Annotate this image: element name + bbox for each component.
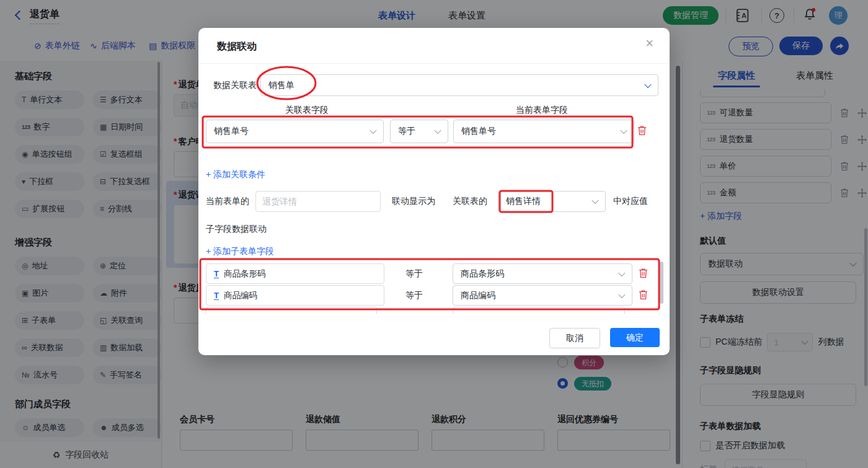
chevron-down-icon (434, 127, 441, 134)
form-designer-app: 退货单 表单设计 表单设置 数据管理 ? 理 ⊘ 表单外链 ∿ 后端脚本 ▤ 数… (0, 0, 868, 468)
relation-field-column-header: 关联表字段 (285, 105, 329, 116)
select-value: 等于 (398, 126, 415, 137)
subfield-left-input-partial (206, 307, 377, 314)
delete-subfield-icon[interactable] (639, 289, 648, 300)
divider (198, 63, 670, 64)
add-subfield-link[interactable]: + 添加子表单字段 (206, 246, 274, 257)
corresponding-value-label: 中对应值 (613, 196, 648, 207)
chevron-down-icon (370, 127, 376, 134)
chevron-down-icon (618, 269, 625, 276)
linkage-display-label: 联动显示为 (392, 196, 435, 207)
current-form-field-input[interactable] (255, 191, 381, 212)
equals-label: 等于 (405, 268, 423, 280)
confirm-button[interactable]: 确定 (610, 328, 660, 347)
subfield-right-select[interactable]: 商品编码 (453, 285, 632, 306)
text-field-icon: T (214, 270, 219, 278)
relation-field-select[interactable]: 销售详情 (498, 191, 606, 212)
plus-icon: + (206, 169, 211, 179)
chevron-down-icon (591, 197, 598, 204)
select-value: 销售详情 (506, 196, 541, 207)
current-form-field-column-header: 当前表单字段 (516, 105, 568, 116)
select-value: 销售单号 (214, 126, 249, 137)
cancel-button[interactable]: 取消 (549, 328, 600, 348)
chevron-down-icon (644, 81, 651, 87)
relation-table-select[interactable]: 销售单 (260, 74, 658, 96)
subfield-right-select[interactable]: 商品条形码 (453, 263, 632, 284)
subfield-left-input[interactable]: T 商品编码 (206, 285, 384, 306)
chevron-down-icon (618, 291, 625, 298)
text-field-icon: T (214, 291, 219, 300)
field-value: 商品条形码 (224, 268, 266, 280)
select-value: 商品条形码 (461, 268, 504, 280)
current-form-label: 当前表单的 (206, 196, 249, 207)
relation-table-label: 数据关联表 (213, 80, 257, 91)
subfield-right-select-partial (453, 307, 625, 314)
condition-right-select[interactable]: 销售单号 (453, 120, 634, 143)
delete-condition-icon[interactable] (637, 125, 647, 136)
select-value: 销售单 (268, 80, 294, 91)
data-linkage-modal: 数据联动 × 数据关联表 销售单 关联表字段 当前表单字段 销售单号 等于 销售… (198, 28, 670, 355)
equals-label: 等于 (405, 290, 423, 301)
select-value: 销售单号 (461, 126, 496, 137)
subfield-section-label: 子字段数据联动 (206, 224, 267, 235)
chevron-down-icon (620, 127, 627, 134)
modal-title: 数据联动 (217, 40, 257, 53)
delete-subfield-icon[interactable] (639, 268, 648, 278)
relation-of-label: 关联表的 (453, 196, 487, 207)
add-condition-link[interactable]: + 添加关联条件 (206, 169, 265, 180)
field-value: 商品编码 (224, 290, 257, 301)
subfield-left-input[interactable]: T 商品条形码 (206, 263, 384, 284)
close-icon[interactable]: × (645, 37, 653, 50)
select-value: 商品编码 (461, 290, 495, 301)
condition-operator-select[interactable]: 等于 (390, 120, 448, 143)
plus-icon: + (206, 246, 211, 256)
condition-left-select[interactable]: 销售单号 (206, 120, 384, 143)
modal-list-scrollbar[interactable] (660, 262, 663, 304)
